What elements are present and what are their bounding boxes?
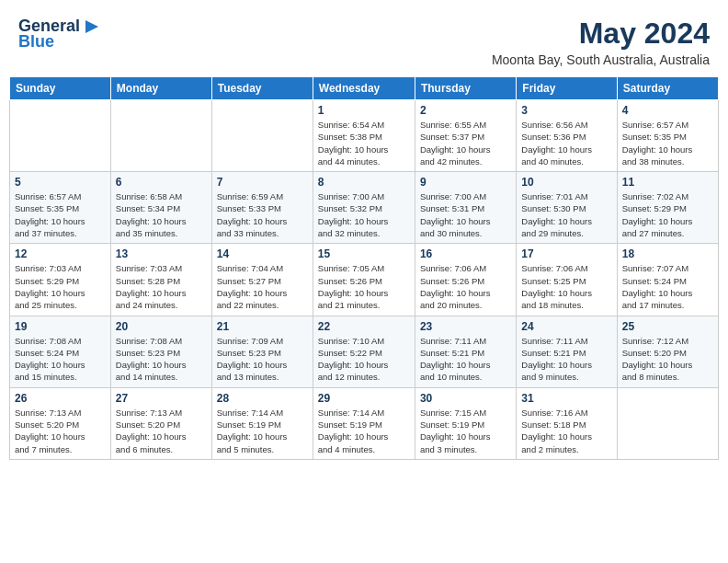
calendar-cell: 19Sunrise: 7:08 AMSunset: 5:24 PMDayligh… <box>10 316 111 387</box>
col-header-sunday: Sunday <box>10 77 111 100</box>
calendar-cell: 21Sunrise: 7:09 AMSunset: 5:23 PMDayligh… <box>211 316 313 387</box>
calendar-cell: 23Sunrise: 7:11 AMSunset: 5:21 PMDayligh… <box>415 316 516 387</box>
day-number: 25 <box>622 320 713 333</box>
day-info: Sunrise: 7:16 AMSunset: 5:18 PMDaylight:… <box>521 407 611 455</box>
day-info: Sunrise: 7:14 AMSunset: 5:19 PMDaylight:… <box>217 407 308 455</box>
day-info: Sunrise: 7:09 AMSunset: 5:23 PMDaylight:… <box>217 335 308 384</box>
day-info: Sunrise: 7:12 AMSunset: 5:20 PMDaylight:… <box>622 335 713 384</box>
day-number: 20 <box>116 320 207 333</box>
day-number: 30 <box>420 392 511 405</box>
day-info: Sunrise: 7:10 AMSunset: 5:22 PMDaylight:… <box>318 335 410 384</box>
calendar-cell: 18Sunrise: 7:07 AMSunset: 5:24 PMDayligh… <box>617 244 718 316</box>
logo-blue: Blue <box>18 32 54 52</box>
day-number: 18 <box>622 247 713 260</box>
day-info: Sunrise: 7:03 AMSunset: 5:28 PMDaylight:… <box>116 262 207 311</box>
calendar-cell: 29Sunrise: 7:14 AMSunset: 5:19 PMDayligh… <box>313 387 415 459</box>
day-number: 26 <box>15 392 106 405</box>
title-block: May 2024 Moonta Bay, South Australia, Au… <box>492 17 710 67</box>
calendar-cell: 9Sunrise: 7:00 AMSunset: 5:31 PMDaylight… <box>415 172 516 244</box>
day-number: 3 <box>521 104 611 117</box>
logo: General Blue <box>18 17 102 52</box>
day-info: Sunrise: 7:13 AMSunset: 5:20 PMDaylight:… <box>116 407 207 455</box>
day-info: Sunrise: 7:00 AMSunset: 5:31 PMDaylight:… <box>420 190 511 239</box>
day-number: 19 <box>15 320 106 333</box>
day-number: 21 <box>217 320 308 333</box>
day-number: 12 <box>15 247 106 260</box>
calendar-cell: 7Sunrise: 6:59 AMSunset: 5:33 PMDaylight… <box>211 172 313 244</box>
subtitle: Moonta Bay, South Australia, Australia <box>492 52 710 67</box>
col-header-monday: Monday <box>110 77 211 100</box>
day-number: 2 <box>420 104 511 117</box>
day-number: 27 <box>116 392 207 405</box>
day-info: Sunrise: 6:57 AMSunset: 5:35 PMDaylight:… <box>15 190 106 239</box>
main-title: May 2024 <box>492 17 710 51</box>
day-info: Sunrise: 7:06 AMSunset: 5:25 PMDaylight:… <box>521 262 611 311</box>
day-info: Sunrise: 6:57 AMSunset: 5:35 PMDaylight:… <box>622 119 713 167</box>
calendar-cell: 26Sunrise: 7:13 AMSunset: 5:20 PMDayligh… <box>10 387 111 459</box>
day-info: Sunrise: 7:14 AMSunset: 5:19 PMDaylight:… <box>318 407 410 455</box>
calendar-cell: 25Sunrise: 7:12 AMSunset: 5:20 PMDayligh… <box>617 316 718 387</box>
calendar-cell: 8Sunrise: 7:00 AMSunset: 5:32 PMDaylight… <box>313 172 415 244</box>
calendar-header-row: SundayMondayTuesdayWednesdayThursdayFrid… <box>10 77 719 100</box>
calendar-week-2: 5Sunrise: 6:57 AMSunset: 5:35 PMDaylight… <box>10 172 719 244</box>
calendar-cell <box>617 387 718 459</box>
day-number: 13 <box>116 247 207 260</box>
day-number: 15 <box>318 247 410 260</box>
day-number: 16 <box>420 247 511 260</box>
calendar-cell: 12Sunrise: 7:03 AMSunset: 5:29 PMDayligh… <box>10 244 111 316</box>
calendar-cell: 2Sunrise: 6:55 AMSunset: 5:37 PMDaylight… <box>415 100 516 172</box>
day-number: 8 <box>318 176 410 189</box>
calendar-cell: 6Sunrise: 6:58 AMSunset: 5:34 PMDaylight… <box>110 172 211 244</box>
day-number: 1 <box>318 104 410 117</box>
calendar-cell: 10Sunrise: 7:01 AMSunset: 5:30 PMDayligh… <box>517 172 617 244</box>
calendar-week-3: 12Sunrise: 7:03 AMSunset: 5:29 PMDayligh… <box>10 244 719 316</box>
day-number: 11 <box>622 176 713 189</box>
day-info: Sunrise: 7:13 AMSunset: 5:20 PMDaylight:… <box>15 407 106 455</box>
calendar-cell: 5Sunrise: 6:57 AMSunset: 5:35 PMDaylight… <box>10 172 111 244</box>
day-info: Sunrise: 7:07 AMSunset: 5:24 PMDaylight:… <box>622 262 713 311</box>
day-info: Sunrise: 7:03 AMSunset: 5:29 PMDaylight:… <box>15 262 106 311</box>
day-number: 9 <box>420 176 511 189</box>
calendar-cell <box>211 100 313 172</box>
col-header-friday: Friday <box>517 77 617 100</box>
day-number: 28 <box>217 392 308 405</box>
col-header-tuesday: Tuesday <box>211 77 313 100</box>
calendar-cell: 11Sunrise: 7:02 AMSunset: 5:29 PMDayligh… <box>617 172 718 244</box>
day-info: Sunrise: 7:08 AMSunset: 5:24 PMDaylight:… <box>15 335 106 384</box>
day-info: Sunrise: 6:54 AMSunset: 5:38 PMDaylight:… <box>318 119 410 167</box>
calendar-cell: 1Sunrise: 6:54 AMSunset: 5:38 PMDaylight… <box>313 100 415 172</box>
calendar-cell: 4Sunrise: 6:57 AMSunset: 5:35 PMDaylight… <box>617 100 718 172</box>
day-info: Sunrise: 7:11 AMSunset: 5:21 PMDaylight:… <box>521 335 611 384</box>
calendar-cell <box>110 100 211 172</box>
svg-marker-0 <box>85 20 98 33</box>
day-number: 10 <box>521 176 611 189</box>
calendar-week-1: 1Sunrise: 6:54 AMSunset: 5:38 PMDaylight… <box>10 100 719 172</box>
day-number: 23 <box>420 320 511 333</box>
day-number: 5 <box>15 176 106 189</box>
calendar-cell: 17Sunrise: 7:06 AMSunset: 5:25 PMDayligh… <box>517 244 617 316</box>
day-info: Sunrise: 7:08 AMSunset: 5:23 PMDaylight:… <box>116 335 207 384</box>
day-number: 29 <box>318 392 410 405</box>
page-header: General Blue May 2024 Moonta Bay, South … <box>9 9 719 71</box>
day-info: Sunrise: 6:59 AMSunset: 5:33 PMDaylight:… <box>217 190 308 239</box>
day-info: Sunrise: 7:01 AMSunset: 5:30 PMDaylight:… <box>521 190 611 239</box>
day-info: Sunrise: 6:58 AMSunset: 5:34 PMDaylight:… <box>116 190 207 239</box>
col-header-saturday: Saturday <box>617 77 718 100</box>
day-info: Sunrise: 7:15 AMSunset: 5:19 PMDaylight:… <box>420 407 511 455</box>
calendar-cell: 31Sunrise: 7:16 AMSunset: 5:18 PMDayligh… <box>517 387 617 459</box>
day-number: 7 <box>217 176 308 189</box>
day-number: 24 <box>521 320 611 333</box>
day-info: Sunrise: 7:06 AMSunset: 5:26 PMDaylight:… <box>420 262 511 311</box>
day-info: Sunrise: 7:04 AMSunset: 5:27 PMDaylight:… <box>217 262 308 311</box>
calendar-cell <box>10 100 111 172</box>
day-info: Sunrise: 6:55 AMSunset: 5:37 PMDaylight:… <box>420 119 511 167</box>
col-header-thursday: Thursday <box>415 77 516 100</box>
calendar-table: SundayMondayTuesdayWednesdayThursdayFrid… <box>9 76 719 460</box>
day-number: 4 <box>622 104 713 117</box>
calendar-cell: 15Sunrise: 7:05 AMSunset: 5:26 PMDayligh… <box>313 244 415 316</box>
calendar-cell: 27Sunrise: 7:13 AMSunset: 5:20 PMDayligh… <box>110 387 211 459</box>
day-info: Sunrise: 7:02 AMSunset: 5:29 PMDaylight:… <box>622 190 713 239</box>
day-number: 17 <box>521 247 611 260</box>
calendar-cell: 30Sunrise: 7:15 AMSunset: 5:19 PMDayligh… <box>415 387 516 459</box>
day-number: 6 <box>116 176 207 189</box>
